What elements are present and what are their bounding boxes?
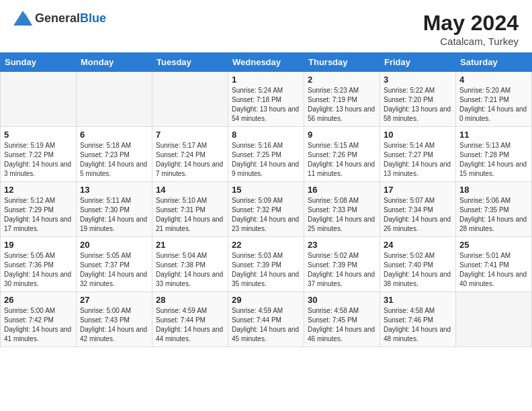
day-detail: Sunrise: 5:13 AM Sunset: 7:28 PM Dayligh…: [459, 141, 528, 179]
col-thursday: Thursday: [304, 53, 380, 72]
day-detail: Sunrise: 5:07 AM Sunset: 7:34 PM Dayligh…: [384, 196, 452, 234]
table-row: 1Sunrise: 5:24 AM Sunset: 7:18 PM Daylig…: [228, 72, 304, 127]
day-number: 24: [384, 240, 452, 250]
day-number: 26: [4, 295, 73, 305]
col-tuesday: Tuesday: [152, 53, 228, 72]
table-row: 27Sunrise: 5:00 AM Sunset: 7:43 PM Dayli…: [77, 292, 152, 347]
day-number: 12: [4, 185, 73, 195]
day-detail: Sunrise: 5:16 AM Sunset: 7:25 PM Dayligh…: [232, 141, 300, 179]
table-row: [77, 72, 152, 127]
calendar-table: Sunday Monday Tuesday Wednesday Thursday…: [0, 52, 532, 347]
table-row: 19Sunrise: 5:05 AM Sunset: 7:36 PM Dayli…: [1, 237, 77, 292]
day-detail: Sunrise: 5:06 AM Sunset: 7:35 PM Dayligh…: [459, 196, 528, 234]
day-detail: Sunrise: 5:20 AM Sunset: 7:21 PM Dayligh…: [459, 86, 528, 124]
day-number: 18: [459, 185, 528, 195]
col-monday: Monday: [77, 53, 152, 72]
day-detail: Sunrise: 5:00 AM Sunset: 7:43 PM Dayligh…: [80, 306, 148, 344]
table-row: 17Sunrise: 5:07 AM Sunset: 7:34 PM Dayli…: [380, 182, 456, 237]
location: Catalcam, Turkey: [423, 36, 519, 47]
logo: GeneralBlue: [13, 11, 106, 26]
day-detail: Sunrise: 5:05 AM Sunset: 7:37 PM Dayligh…: [80, 251, 148, 289]
day-detail: Sunrise: 4:58 AM Sunset: 7:45 PM Dayligh…: [308, 306, 376, 344]
day-number: 4: [459, 75, 528, 85]
table-row: 2Sunrise: 5:23 AM Sunset: 7:19 PM Daylig…: [304, 72, 380, 127]
table-row: 10Sunrise: 5:14 AM Sunset: 7:27 PM Dayli…: [380, 127, 456, 182]
logo-text: GeneralBlue: [35, 11, 106, 26]
calendar-week-row: 1Sunrise: 5:24 AM Sunset: 7:18 PM Daylig…: [1, 72, 532, 127]
day-number: 3: [384, 75, 452, 85]
table-row: 5Sunrise: 5:19 AM Sunset: 7:22 PM Daylig…: [1, 127, 77, 182]
table-row: 6Sunrise: 5:18 AM Sunset: 7:23 PM Daylig…: [77, 127, 152, 182]
day-detail: Sunrise: 5:03 AM Sunset: 7:39 PM Dayligh…: [232, 251, 300, 289]
table-row: 8Sunrise: 5:16 AM Sunset: 7:25 PM Daylig…: [228, 127, 304, 182]
day-detail: Sunrise: 5:02 AM Sunset: 7:40 PM Dayligh…: [384, 251, 452, 289]
day-detail: Sunrise: 4:59 AM Sunset: 7:44 PM Dayligh…: [232, 306, 300, 344]
table-row: 14Sunrise: 5:10 AM Sunset: 7:31 PM Dayli…: [152, 182, 228, 237]
calendar-week-row: 12Sunrise: 5:12 AM Sunset: 7:29 PM Dayli…: [1, 182, 532, 237]
col-friday: Friday: [380, 53, 456, 72]
table-row: 13Sunrise: 5:11 AM Sunset: 7:30 PM Dayli…: [77, 182, 152, 237]
day-detail: Sunrise: 5:24 AM Sunset: 7:18 PM Dayligh…: [232, 86, 300, 124]
day-number: 28: [156, 295, 224, 305]
calendar-week-row: 26Sunrise: 5:00 AM Sunset: 7:42 PM Dayli…: [1, 292, 532, 347]
day-number: 25: [459, 240, 528, 250]
table-row: 4Sunrise: 5:20 AM Sunset: 7:21 PM Daylig…: [456, 72, 532, 127]
day-number: 14: [156, 185, 224, 195]
day-number: 22: [232, 240, 300, 250]
day-number: 29: [232, 295, 300, 305]
table-row: 3Sunrise: 5:22 AM Sunset: 7:20 PM Daylig…: [380, 72, 456, 127]
day-number: 31: [384, 295, 452, 305]
day-number: 2: [308, 75, 376, 85]
table-row: 24Sunrise: 5:02 AM Sunset: 7:40 PM Dayli…: [380, 237, 456, 292]
day-number: 9: [308, 130, 376, 140]
day-detail: Sunrise: 4:59 AM Sunset: 7:44 PM Dayligh…: [156, 306, 224, 344]
day-number: 8: [232, 130, 300, 140]
table-row: 18Sunrise: 5:06 AM Sunset: 7:35 PM Dayli…: [456, 182, 532, 237]
day-number: 16: [308, 185, 376, 195]
day-number: 27: [80, 295, 148, 305]
day-number: 15: [232, 185, 300, 195]
table-row: 7Sunrise: 5:17 AM Sunset: 7:24 PM Daylig…: [152, 127, 228, 182]
calendar-week-row: 19Sunrise: 5:05 AM Sunset: 7:36 PM Dayli…: [1, 237, 532, 292]
day-detail: Sunrise: 5:12 AM Sunset: 7:29 PM Dayligh…: [4, 196, 73, 234]
day-detail: Sunrise: 5:11 AM Sunset: 7:30 PM Dayligh…: [80, 196, 148, 234]
day-detail: Sunrise: 5:01 AM Sunset: 7:41 PM Dayligh…: [459, 251, 528, 289]
day-detail: Sunrise: 4:58 AM Sunset: 7:46 PM Dayligh…: [384, 306, 452, 344]
day-number: 23: [308, 240, 376, 250]
table-row: 31Sunrise: 4:58 AM Sunset: 7:46 PM Dayli…: [380, 292, 456, 347]
day-detail: Sunrise: 5:17 AM Sunset: 7:24 PM Dayligh…: [156, 141, 224, 179]
day-detail: Sunrise: 5:08 AM Sunset: 7:33 PM Dayligh…: [308, 196, 376, 234]
day-detail: Sunrise: 5:23 AM Sunset: 7:19 PM Dayligh…: [308, 86, 376, 124]
table-row: 25Sunrise: 5:01 AM Sunset: 7:41 PM Dayli…: [456, 237, 532, 292]
day-detail: Sunrise: 5:04 AM Sunset: 7:38 PM Dayligh…: [156, 251, 224, 289]
day-detail: Sunrise: 5:09 AM Sunset: 7:32 PM Dayligh…: [232, 196, 300, 234]
day-number: 20: [80, 240, 148, 250]
table-row: 22Sunrise: 5:03 AM Sunset: 7:39 PM Dayli…: [228, 237, 304, 292]
day-detail: Sunrise: 5:02 AM Sunset: 7:39 PM Dayligh…: [308, 251, 376, 289]
logo-icon: [13, 11, 32, 26]
table-row: 23Sunrise: 5:02 AM Sunset: 7:39 PM Dayli…: [304, 237, 380, 292]
table-row: 26Sunrise: 5:00 AM Sunset: 7:42 PM Dayli…: [1, 292, 77, 347]
table-row: 20Sunrise: 5:05 AM Sunset: 7:37 PM Dayli…: [77, 237, 152, 292]
table-row: [152, 72, 228, 127]
table-row: 12Sunrise: 5:12 AM Sunset: 7:29 PM Dayli…: [1, 182, 77, 237]
day-number: 1: [232, 75, 300, 85]
col-saturday: Saturday: [456, 53, 532, 72]
day-number: 17: [384, 185, 452, 195]
calendar-week-row: 5Sunrise: 5:19 AM Sunset: 7:22 PM Daylig…: [1, 127, 532, 182]
month-year: May 2024: [423, 11, 519, 36]
page-header: GeneralBlue May 2024 Catalcam, Turkey: [0, 0, 532, 52]
day-number: 19: [4, 240, 73, 250]
calendar-header-row: Sunday Monday Tuesday Wednesday Thursday…: [1, 53, 532, 72]
day-number: 30: [308, 295, 376, 305]
day-detail: Sunrise: 5:15 AM Sunset: 7:26 PM Dayligh…: [308, 141, 376, 179]
day-detail: Sunrise: 5:14 AM Sunset: 7:27 PM Dayligh…: [384, 141, 452, 179]
day-number: 10: [384, 130, 452, 140]
table-row: 30Sunrise: 4:58 AM Sunset: 7:45 PM Dayli…: [304, 292, 380, 347]
day-number: 7: [156, 130, 224, 140]
day-number: 11: [459, 130, 528, 140]
day-detail: Sunrise: 5:22 AM Sunset: 7:20 PM Dayligh…: [384, 86, 452, 124]
day-detail: Sunrise: 5:00 AM Sunset: 7:42 PM Dayligh…: [4, 306, 73, 344]
table-row: [1, 72, 77, 127]
day-number: 5: [4, 130, 73, 140]
